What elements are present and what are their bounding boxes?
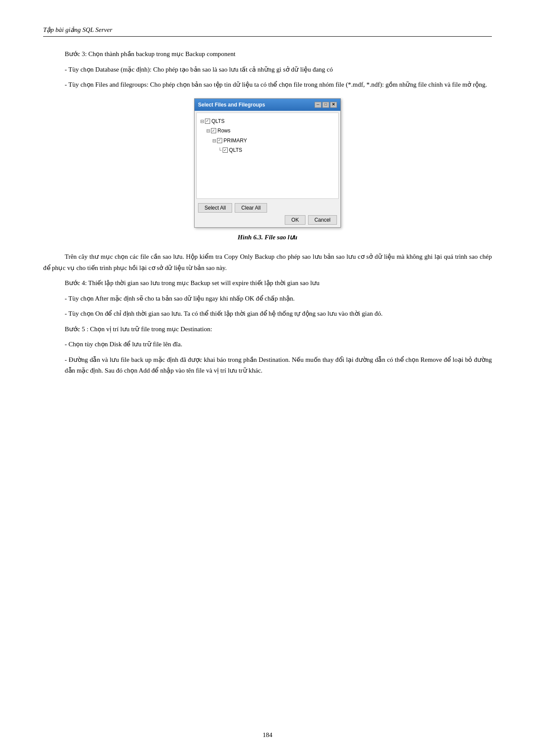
buoc4-title: Bước 4: Thiết lập thời gian sao lưu tron… — [43, 278, 492, 289]
checkbox-rows[interactable] — [211, 128, 216, 133]
page-number: 184 — [263, 731, 273, 739]
checkbox-qlts-leaf[interactable] — [223, 147, 228, 153]
dialog-box: Select Files and Filegroups ─ □ ✕ ⊟ QLTS — [194, 98, 341, 228]
tree-primary[interactable]: ⊟ PRIMARY — [212, 136, 335, 145]
checkbox-qlts-root[interactable] — [205, 119, 210, 124]
dialog-buttons-row1: Select All Clear All — [198, 203, 337, 213]
tree-level2-group: ⊟ PRIMARY └ QLTS — [206, 136, 335, 155]
figure-caption: Hình 6.3. File sao lưu — [43, 232, 492, 243]
tree-qlts-leaf[interactable]: └ QLTS — [218, 145, 335, 155]
titlebar-controls: ─ □ ✕ — [315, 102, 337, 108]
expander-leaf: └ — [218, 146, 222, 154]
tree-level3-group: └ QLTS — [212, 145, 335, 155]
tree-label-qlts-leaf: QLTS — [229, 146, 242, 154]
content-area: Bước 3: Chọn thành phần backup trong mục… — [43, 49, 492, 376]
page: Tập bài giảng SQL Server Bước 3: Chọn th… — [0, 0, 535, 756]
restore-btn[interactable]: □ — [322, 102, 329, 108]
tree-level1-group: ⊟ Rows ⊟ PRIMARY — [200, 126, 335, 155]
minimize-btn[interactable]: ─ — [315, 102, 321, 108]
select-all-button[interactable]: Select All — [198, 203, 232, 213]
buoc5-title: Bước 5 : Chọn vị trí lưu trữ file trong … — [43, 324, 492, 335]
buoc4-p2: - Tùy chọn On để chỉ định thời gian sao … — [43, 308, 492, 320]
buoc3-title: Bước 3: Chọn thành phần backup trong mục… — [43, 49, 492, 60]
cancel-button[interactable]: Cancel — [308, 215, 337, 225]
main-desc: Trên cây thư mục chọn các file cần sao l… — [43, 251, 492, 273]
buoc5-p1: - Chọn tùy chọn Disk để lưu trữ file lên… — [43, 339, 492, 350]
dialog-content: ⊟ QLTS ⊟ Rows — [196, 113, 339, 199]
dialog-wrapper: Select Files and Filegroups ─ □ ✕ ⊟ QLTS — [43, 98, 492, 228]
buoc5-p2: - Đường dẫn và lưu file back up mặc định… — [43, 354, 492, 376]
dialog-buttons-row2: OK Cancel — [198, 215, 337, 225]
expander-root: ⊟ — [200, 117, 204, 125]
expander-rows: ⊟ — [206, 127, 210, 135]
checkbox-primary[interactable] — [217, 138, 222, 143]
tree-label-rows: Rows — [217, 126, 230, 135]
clear-all-button[interactable]: Clear All — [235, 203, 267, 213]
tree-root[interactable]: ⊟ QLTS — [200, 116, 335, 126]
buoc3-p1: - Tùy chọn Database (mặc định): Cho phép… — [43, 64, 492, 75]
dialog-titlebar: Select Files and Filegroups ─ □ ✕ — [195, 99, 340, 111]
tree-rows[interactable]: ⊟ Rows — [206, 126, 335, 135]
buoc3-p2: - Tùy chọn Files and filegroups: Cho phé… — [43, 79, 492, 91]
header: Tập bài giảng SQL Server — [43, 26, 492, 37]
dialog-bottom: Select All Clear All OK Cancel — [195, 201, 340, 227]
expander-primary: ⊟ — [212, 137, 216, 145]
dialog-title: Select Files and Filegroups — [198, 100, 265, 109]
buoc4-p1: - Tùy chọn After mặc định sẽ cho ta bản … — [43, 293, 492, 304]
ok-button[interactable]: OK — [285, 215, 305, 225]
header-title: Tập bài giảng SQL Server — [43, 26, 112, 34]
tree-label-primary: PRIMARY — [223, 136, 247, 145]
tree-label-qlts-root: QLTS — [211, 117, 224, 125]
close-btn[interactable]: ✕ — [330, 102, 337, 108]
